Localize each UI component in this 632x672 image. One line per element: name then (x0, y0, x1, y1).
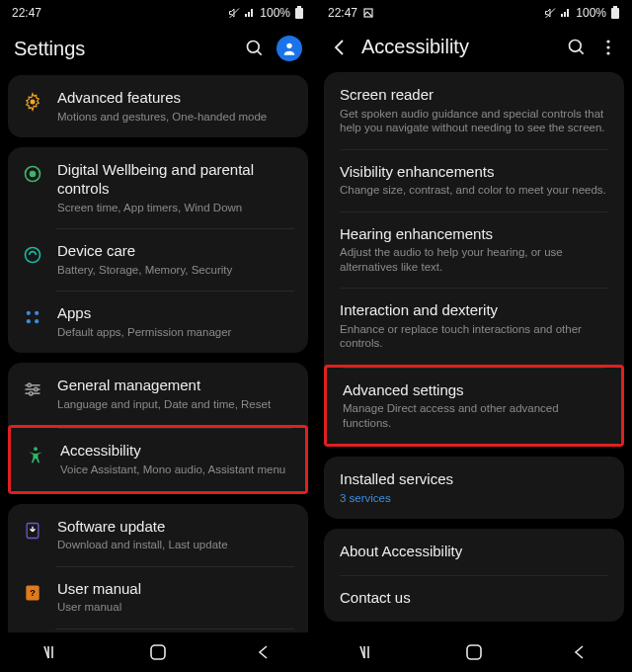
row-subtitle: 3 services (340, 491, 608, 505)
status-right: 100% (544, 6, 620, 20)
row-title: Contact us (340, 589, 608, 608)
general-icon (22, 378, 43, 400)
row-interaction-dexterity[interactable]: Interaction and dexterityEnhance or repl… (324, 288, 624, 365)
more-icon[interactable] (598, 38, 618, 57)
svg-point-38 (606, 45, 609, 48)
row-accessibility[interactable]: AccessibilityVoice Assistant, Mono audio… (8, 425, 308, 493)
svg-point-35 (570, 40, 582, 51)
status-bar: 22:47 100% (316, 0, 632, 26)
row-subtitle: Manage Direct access and other advanced … (343, 401, 605, 430)
svg-rect-30 (151, 645, 165, 659)
row-installed-services[interactable]: Installed services3 services (324, 457, 624, 519)
nav-bar (316, 632, 632, 672)
svg-point-37 (606, 40, 609, 42)
svg-line-4 (258, 51, 262, 55)
row-title: Interaction and dexterity (340, 301, 608, 320)
row-general-management[interactable]: General managementLanguage and input, Da… (8, 363, 308, 425)
phone-left: 22:47 100% Settings Advanced featuresMot… (0, 0, 316, 672)
wellbeing-icon (22, 163, 43, 185)
row-title: Device care (57, 242, 294, 261)
svg-point-20 (34, 448, 38, 452)
settings-card: Advanced featuresMotions and gestures, O… (8, 75, 308, 137)
row-title: Advanced settings (343, 381, 605, 400)
status-time: 22:47 (328, 6, 357, 20)
nav-back[interactable] (568, 640, 592, 664)
row-user-manual[interactable]: ?User manualUser manual (8, 566, 308, 629)
nav-home[interactable] (462, 640, 486, 664)
settings-card: Installed services3 services (324, 457, 624, 519)
settings-list: Advanced featuresMotions and gestures, O… (0, 75, 316, 632)
profile-avatar[interactable] (276, 36, 302, 61)
accessibility-icon (25, 444, 46, 465)
mute-icon (544, 7, 556, 19)
row-digital-wellbeing[interactable]: Digital Wellbeing and parental controlsS… (8, 147, 308, 228)
row-advanced-settings[interactable]: Advanced settingsManage Direct access an… (324, 365, 624, 448)
header: Settings (0, 26, 316, 75)
signal-icon (560, 7, 572, 19)
row-device-care[interactable]: Device careBattery, Storage, Memory, Sec… (8, 228, 308, 291)
settings-card: About AccessibilityContact us (324, 529, 624, 622)
device-care-icon (22, 244, 43, 266)
svg-point-13 (35, 319, 39, 323)
advanced-features-icon (22, 91, 43, 113)
svg-point-18 (35, 388, 38, 391)
nav-back[interactable] (252, 640, 276, 664)
status-bar: 22:47 100% (0, 0, 316, 26)
search-icon[interactable] (245, 39, 265, 58)
settings-card: Software updateDownload and install, Las… (8, 504, 308, 633)
row-subtitle: Adjust the audio to help your hearing, o… (340, 245, 608, 274)
row-title: Software update (57, 518, 294, 537)
mute-icon (228, 7, 240, 19)
row-subtitle: Language and input, Date and time, Reset (57, 397, 294, 411)
svg-rect-1 (295, 8, 303, 19)
row-title: User manual (57, 580, 294, 599)
svg-point-12 (27, 319, 31, 323)
row-contact-us[interactable]: Contact us (324, 575, 624, 622)
battery-text: 100% (260, 6, 290, 20)
row-about-accessibility[interactable]: About Accessibility (324, 529, 624, 575)
row-subtitle: User manual (57, 600, 294, 614)
svg-point-19 (30, 392, 33, 395)
svg-point-17 (28, 383, 31, 386)
back-icon[interactable] (330, 38, 350, 57)
apps-icon (22, 306, 43, 328)
svg-rect-33 (611, 8, 619, 19)
header: Accessibility (316, 26, 632, 72)
nav-home[interactable] (146, 640, 170, 664)
svg-rect-34 (613, 6, 617, 8)
row-subtitle: Battery, Storage, Memory, Security (57, 263, 294, 277)
settings-card: Screen readerGet spoken audio guidance a… (324, 72, 624, 447)
screenshot-icon (363, 8, 373, 18)
page-title: Accessibility (361, 36, 555, 58)
row-title: Apps (57, 304, 294, 323)
row-software-update[interactable]: Software updateDownload and install, Las… (8, 504, 308, 566)
row-subtitle: Screen time, App timers, Wind Down (57, 201, 294, 214)
user-manual-icon: ? (22, 582, 43, 604)
row-title: Accessibility (60, 442, 291, 461)
row-subtitle: Enhance or replace touch interactions an… (340, 322, 608, 351)
row-screen-reader[interactable]: Screen readerGet spoken audio guidance a… (324, 72, 624, 149)
nav-recents[interactable] (356, 640, 380, 664)
svg-point-11 (35, 311, 39, 315)
row-visibility-enhancements[interactable]: Visibility enhancementsChange size, cont… (324, 149, 624, 211)
page-title: Settings (14, 38, 233, 60)
row-title: Screen reader (340, 86, 608, 105)
status-time: 22:47 (12, 6, 41, 20)
row-title: General management (57, 377, 294, 395)
svg-point-5 (286, 43, 291, 48)
settings-card: General managementLanguage and input, Da… (8, 363, 308, 493)
row-advanced-features[interactable]: Advanced featuresMotions and gestures, O… (8, 75, 308, 137)
svg-text:?: ? (30, 588, 36, 598)
row-hearing-enhancements[interactable]: Hearing enhancementsAdjust the audio to … (324, 211, 624, 289)
search-icon[interactable] (567, 38, 587, 57)
accessibility-list: Screen readerGet spoken audio guidance a… (316, 72, 632, 630)
row-title: Digital Wellbeing and parental controls (57, 161, 294, 199)
nav-recents[interactable] (40, 640, 64, 664)
row-title: About Accessibility (340, 543, 608, 561)
svg-point-6 (31, 100, 36, 105)
battery-icon (610, 6, 620, 20)
row-title: Installed services (340, 470, 608, 489)
row-apps[interactable]: AppsDefault apps, Permission manager (8, 291, 308, 353)
row-subtitle: Get spoken audio guidance and special co… (340, 107, 608, 135)
row-subtitle: Default apps, Permission manager (57, 325, 294, 339)
